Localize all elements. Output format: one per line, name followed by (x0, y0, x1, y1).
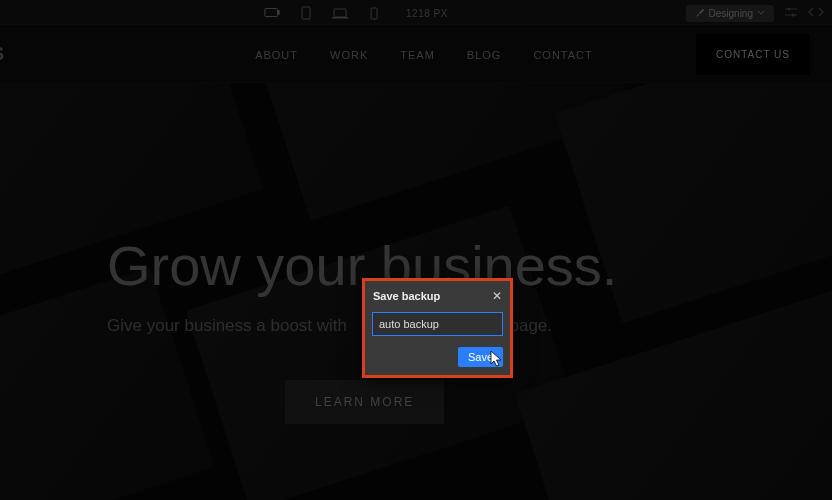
save-backup-modal: Save backup ✕ Save (362, 278, 513, 378)
close-icon[interactable]: ✕ (492, 290, 502, 302)
modal-header: Save backup ✕ (372, 287, 503, 312)
backup-name-input[interactable] (372, 312, 503, 336)
modal-title: Save backup (373, 290, 440, 302)
modal-actions: Save (372, 347, 503, 367)
save-button[interactable]: Save (458, 347, 503, 367)
backdrop-overlay (0, 0, 832, 500)
